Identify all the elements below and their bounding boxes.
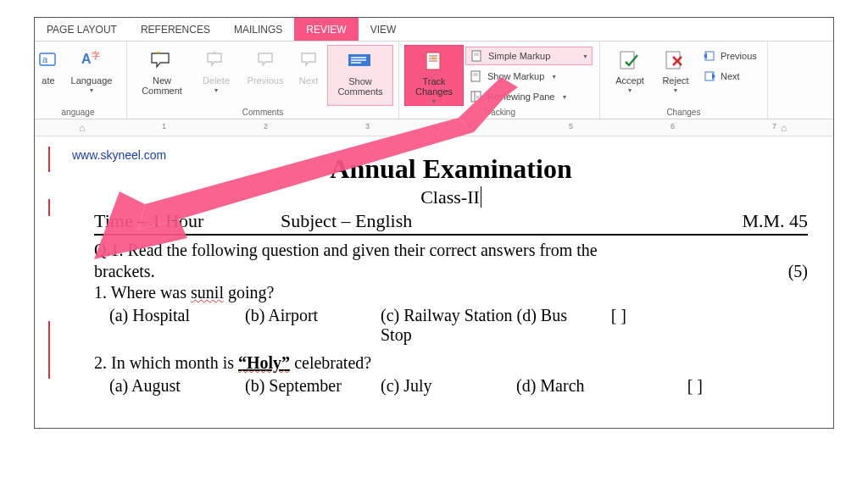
doc-time: Time – 1 Hour [94, 210, 281, 232]
caret-icon: ▼ [562, 94, 568, 100]
previous-change-button[interactable]: Previous [698, 47, 760, 65]
svg-text:a: a [42, 54, 48, 64]
pane-icon [469, 90, 484, 103]
caret-icon: ▼ [431, 98, 437, 105]
next-comment-button[interactable]: Next [290, 45, 327, 106]
previous-icon [702, 49, 717, 63]
page-icon [470, 49, 485, 63]
new-comment-icon [148, 48, 175, 72]
track-changes-icon [420, 49, 448, 73]
group-label-changes: Changes [605, 108, 762, 119]
svg-rect-18 [471, 92, 481, 102]
spelling-error: “Holy” [238, 353, 290, 372]
reject-icon [662, 48, 689, 72]
translate-icon: a [35, 48, 62, 72]
change-bar[interactable] [48, 321, 50, 379]
doc-title: Annual Examination [94, 153, 808, 185]
doc-subject: Subject – English [281, 210, 706, 232]
change-bar[interactable] [48, 199, 50, 216]
question-heading-line2: brackets. (5) [94, 262, 808, 281]
svg-rect-15 [471, 71, 480, 81]
question-2: 2. In which month is “Holy” celebrated? [94, 353, 808, 373]
tab-review[interactable]: REVIEW [294, 18, 358, 41]
markup-mode-dropdown[interactable]: Simple Markup ▼ [465, 47, 593, 65]
caret-icon: ▼ [582, 53, 588, 59]
translate-button[interactable]: a ate [35, 45, 62, 106]
caret-icon: ▼ [627, 87, 633, 94]
doc-class: Class-II [94, 186, 808, 208]
tab-mailings[interactable]: MAILINGS [222, 18, 294, 41]
group-label-comments: Comments [132, 108, 393, 119]
indent-marker-right[interactable]: ⌂ [781, 122, 787, 134]
previous-comment-button[interactable]: Previous [241, 45, 290, 106]
next-change-button[interactable]: Next [698, 67, 760, 86]
ribbon-tabs: PAGE LAYOUT REFERENCES MAILINGS REVIEW V… [35, 18, 833, 42]
next-icon [295, 48, 322, 72]
spelling-error: sunil [191, 283, 224, 302]
language-icon: A字 [78, 48, 105, 72]
accept-icon [616, 48, 643, 72]
doc-meta-row: Time – 1 Hour Subject – English M.M. 45 [94, 210, 808, 232]
group-label-language: anguage [35, 108, 121, 119]
reject-button[interactable]: Reject ▼ [654, 45, 697, 106]
caret-icon: ▼ [551, 74, 557, 80]
caret-icon: ▼ [673, 87, 679, 94]
horizontal-rule [94, 234, 808, 236]
doc-maxmarks: M.M. 45 [706, 210, 808, 232]
accept-button[interactable]: Accept ▼ [605, 45, 654, 106]
new-comment-button[interactable]: New Comment [132, 45, 192, 106]
delete-comment-button[interactable]: Delete ▼ [192, 45, 241, 106]
group-label-tracking: Tracking [404, 108, 594, 119]
svg-rect-12 [472, 51, 481, 61]
svg-text:A: A [81, 52, 92, 66]
reviewing-pane-dropdown[interactable]: Reviewing Pane ▼ [465, 87, 593, 106]
show-comments-button[interactable]: Show Comments [327, 45, 393, 106]
previous-icon [252, 48, 279, 72]
question-2-options: (a) August (b) September (c) July (d) Ma… [109, 376, 808, 396]
tab-references[interactable]: REFERENCES [129, 18, 222, 41]
svg-text:字: 字 [92, 51, 100, 60]
ribbon: a ate A字 Language ▼ anguage [35, 42, 833, 119]
show-comments-icon [347, 49, 374, 73]
watermark-link: www.skyneel.com [72, 148, 166, 162]
tab-page-layout[interactable]: PAGE LAYOUT [35, 18, 129, 41]
language-button[interactable]: A字 Language ▼ [62, 45, 121, 106]
ruler[interactable]: ⌂ 1 2 3 4 5 6 7 ⌂ [35, 119, 833, 136]
document-area[interactable]: www.skyneel.com Annual Examination Class… [35, 136, 833, 428]
question-1: 1. Where was sunil going? [94, 283, 808, 302]
caret-icon: ▼ [89, 87, 95, 94]
next-icon [702, 69, 717, 83]
question-1-options: (a) Hospital (b) Airport (c) Railway Sta… [109, 306, 808, 345]
track-changes-button[interactable]: Track Changes ▼ [404, 45, 464, 106]
page-icon [469, 69, 484, 83]
tab-view[interactable]: VIEW [359, 18, 409, 41]
indent-marker[interactable]: ⌂ [79, 122, 85, 134]
question-heading: Q.1. Read the following question and giv… [94, 241, 808, 260]
change-bar[interactable] [48, 147, 50, 172]
show-markup-dropdown[interactable]: Show Markup ▼ [465, 67, 593, 86]
delete-icon [203, 48, 230, 72]
caret-icon: ▼ [214, 87, 220, 94]
